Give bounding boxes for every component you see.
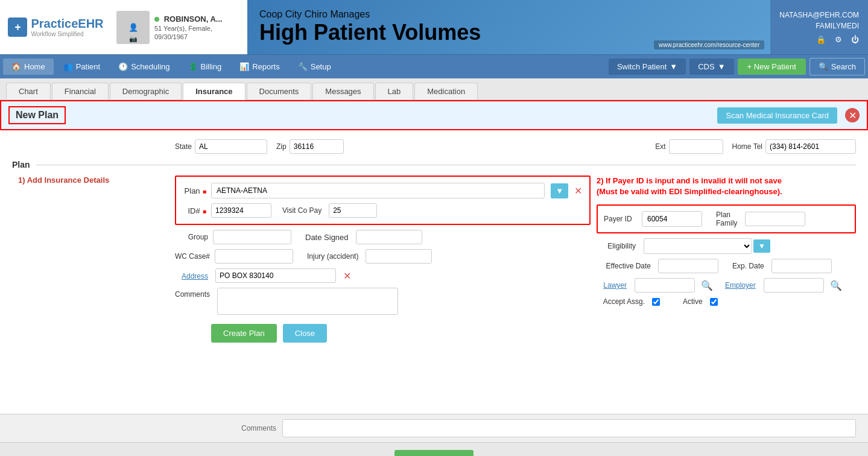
nav-billing[interactable]: 💲 Billing [180, 59, 230, 75]
tab-chart[interactable]: Chart [6, 83, 51, 100]
logo-area: + PracticeEHR Workflow Simplified [0, 0, 112, 54]
instruction-area: 1) Add Insurance Details [12, 176, 169, 185]
accept-active-row: Accept Assg. Active [597, 297, 856, 306]
scan-insurance-card-btn[interactable]: Scan Medical Insurance Card [717, 107, 837, 124]
ext-input[interactable] [669, 139, 723, 154]
plan-fields-box: Plan ■ ▼ ✕ ID# ■ Visit C [175, 176, 591, 225]
top-bar: + PracticeEHR Workflow Simplified 👤 📷 RO… [0, 0, 868, 54]
power-icon[interactable]: ⏻ [851, 35, 859, 44]
wc-case-label: WC Case# [175, 252, 210, 261]
close-plan-btn[interactable]: Close [283, 324, 327, 343]
camera-icon: 📷 [129, 35, 138, 43]
banner: Coop City Chiro Manages High Patient Vol… [247, 0, 770, 54]
lawyer-search-btn[interactable]: 🔍 [700, 279, 714, 293]
date-signed-label: Date Signed [305, 233, 349, 242]
group-input[interactable] [213, 230, 291, 244]
right-section: 2) If Payer ID is input and is invalid i… [597, 176, 856, 306]
update-plan-btn[interactable]: Update Plan [394, 450, 474, 456]
effective-date-input[interactable] [658, 259, 718, 273]
gear-icon[interactable]: ⚙ [835, 35, 842, 44]
zip-input[interactable] [290, 139, 344, 154]
accept-assg-checkbox[interactable] [652, 298, 660, 306]
banner-url: www.practiceehr.com/resource-center [654, 40, 764, 49]
comments-textarea[interactable] [217, 288, 398, 315]
nav-patient[interactable]: 👥 Patient [55, 59, 109, 75]
banner-small-text: Coop City Chiro Manages [259, 9, 481, 20]
plan-row: Plan ■ ▼ ✕ [182, 183, 583, 198]
lawyer-input[interactable] [635, 278, 695, 293]
create-plan-btn[interactable]: Create Plan [211, 324, 277, 343]
scheduling-icon: 🕐 [118, 62, 128, 71]
plan-section-header: Plan [12, 160, 856, 169]
eligibility-dropdown-btn[interactable]: ▼ [753, 239, 770, 253]
active-label: Active [683, 297, 703, 306]
address-row: Address ✕ [175, 268, 591, 283]
content-area: New Plan Scan Medical Insurance Card ✕ S… [0, 100, 868, 414]
zip-label: Zip [276, 142, 287, 151]
cds-chevron-icon: ▼ [718, 62, 726, 71]
plan-family-input[interactable] [745, 212, 805, 226]
patient-card[interactable]: 👤 📷 ROBINSON, A... 51 Year(s), Female, 0… [112, 0, 247, 54]
injury-input[interactable] [366, 249, 432, 264]
employer-search-btn[interactable]: 🔍 [829, 279, 843, 293]
avatar: 👤 📷 [116, 11, 150, 44]
active-checkbox[interactable] [710, 298, 718, 306]
dates-row: Effective Date Exp. Date [597, 259, 856, 273]
banner-large-text: High Patient Volumes [259, 20, 481, 45]
visit-copay-input[interactable] [329, 203, 377, 218]
switch-patient-btn[interactable]: Switch Patient ▼ [609, 59, 686, 75]
exp-date-input[interactable] [771, 259, 832, 273]
banner-content: Coop City Chiro Manages High Patient Vol… [259, 9, 481, 45]
lock-icon[interactable]: 🔒 [816, 35, 826, 44]
bottom-comments-input[interactable] [282, 419, 856, 437]
tab-documents[interactable]: Documents [247, 83, 312, 100]
nav-scheduling[interactable]: 🕐 Scheduling [110, 59, 178, 75]
tab-medication[interactable]: Medication [414, 83, 478, 100]
patient-icon: 👥 [63, 62, 73, 71]
tab-messages[interactable]: Messages [312, 83, 373, 100]
warning-message: 2) If Payer ID is input and is invalid i… [597, 176, 856, 197]
setup-icon: 🔧 [298, 62, 308, 71]
employer-link[interactable]: Employer [725, 281, 756, 290]
id-input[interactable] [211, 203, 271, 218]
tab-lab[interactable]: Lab [375, 83, 414, 100]
id-field-label: ID# ■ [182, 206, 206, 215]
employer-input[interactable] [764, 278, 824, 293]
tab-demographic[interactable]: Demographic [110, 83, 182, 100]
address-input[interactable] [215, 268, 336, 283]
top-right-icons: 🔒 ⚙ ⏻ [816, 35, 859, 44]
wc-case-input[interactable] [215, 249, 293, 264]
patient-info: ROBINSON, A... 51 Year(s), Female, 09/30… [154, 14, 242, 40]
lawyer-link[interactable]: Lawyer [597, 281, 627, 290]
nav-setup[interactable]: 🔧 Setup [290, 59, 340, 75]
nav-home[interactable]: 🏠 Home [3, 59, 54, 75]
home-tel-input[interactable] [765, 139, 856, 154]
eligibility-select[interactable] [644, 238, 752, 254]
new-patient-btn[interactable]: + New Patient [738, 59, 806, 75]
payer-id-input[interactable] [642, 211, 702, 227]
cds-btn[interactable]: CDS ▼ [689, 59, 733, 75]
accept-assg-label: Accept Assg. [597, 297, 645, 306]
tabs-bar: Chart Financial Demographic Insurance Do… [0, 78, 868, 100]
plan-field-label: Plan ■ [182, 186, 206, 195]
plan-select-input[interactable] [211, 183, 545, 198]
top-right-area: NATASHA@PEHR.COM FAMILYMEDI 🔒 ⚙ ⏻ [770, 0, 868, 54]
patient-details: 51 Year(s), Female, [154, 25, 242, 32]
state-input[interactable] [195, 139, 267, 154]
tab-insurance[interactable]: Insurance [183, 83, 245, 100]
address-clear-btn[interactable]: ✕ [342, 269, 352, 283]
patient-dob: 09/30/1967 [154, 33, 242, 40]
date-signed-input[interactable] [356, 230, 422, 244]
eligibility-row: Eligibility ▼ [597, 238, 856, 254]
address-link[interactable]: Address [182, 272, 208, 280]
plan-required-indicator: ■ [203, 188, 206, 195]
user-org: FAMILYMEDI [816, 22, 859, 30]
nav-reports[interactable]: 📊 Reports [231, 59, 288, 75]
bottom-area: Comments [0, 414, 868, 442]
plan-clear-btn[interactable]: ✕ [573, 184, 583, 198]
close-new-plan-btn[interactable]: ✕ [845, 108, 860, 122]
tab-financial[interactable]: Financial [52, 83, 109, 100]
search-btn[interactable]: 🔍 Search [809, 58, 865, 75]
plan-dropdown-btn[interactable]: ▼ [551, 183, 568, 198]
user-email: NATASHA@PEHR.COM [779, 11, 859, 19]
